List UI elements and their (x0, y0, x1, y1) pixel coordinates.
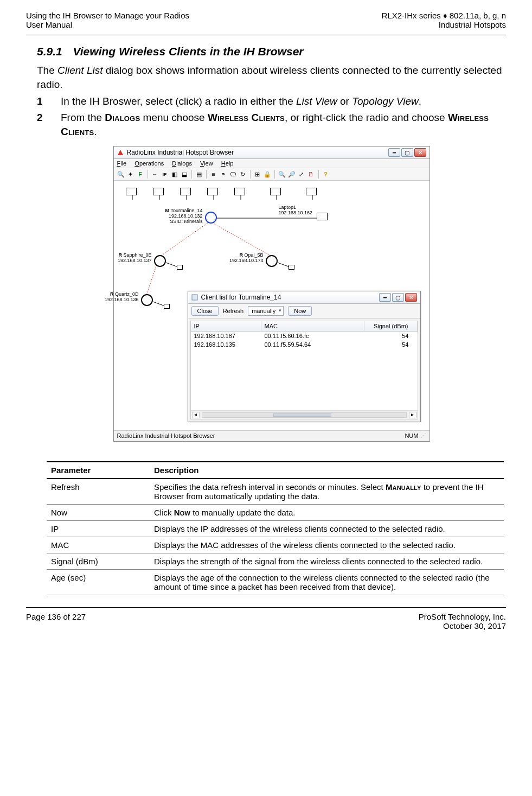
client-maximize-button[interactable]: ▢ (392, 293, 404, 302)
svg-line-9 (214, 224, 271, 256)
new-doc-icon[interactable]: 🗋 (307, 170, 315, 178)
help-icon[interactable]: ? (322, 170, 330, 178)
step-1-mid: or (337, 95, 352, 107)
zoom-in-icon[interactable]: 🔍 (278, 170, 286, 178)
close-button[interactable]: ✕ (414, 148, 426, 157)
menu-operations[interactable]: Operations (134, 160, 164, 167)
desc-pre: Click (154, 508, 174, 517)
wand-icon[interactable]: ✦ (127, 170, 134, 178)
cell-signal: 54 (364, 340, 418, 349)
menu-file[interactable]: File (117, 160, 127, 167)
param-desc: Specifies the data refresh interval in s… (150, 479, 504, 505)
svg-line-11 (166, 263, 178, 267)
binoculars-icon[interactable]: 🔍 (117, 170, 125, 178)
node-sapphire[interactable] (154, 255, 166, 267)
menu-view[interactable]: View (200, 160, 213, 167)
menubar: File Operations Dialogs View Help (114, 159, 430, 168)
list-view-icon[interactable]: ≡ (210, 170, 217, 178)
scroll-thumb[interactable] (202, 412, 407, 418)
param-name: Now (47, 505, 150, 521)
scroll-right-icon[interactable]: ► (409, 412, 416, 418)
svg-rect-14 (192, 295, 197, 300)
maximize-button[interactable]: ▢ (401, 148, 413, 157)
col-mac-header[interactable]: MAC (261, 321, 364, 331)
master-ip: 192.168.10.132 (169, 213, 203, 219)
laptop-name: Laptop1 (279, 205, 297, 210)
network-icon[interactable]: ⬓ (181, 170, 188, 178)
param-name: MAC (47, 537, 150, 553)
zoom-out-icon[interactable]: 🔎 (288, 170, 296, 178)
tree-icon[interactable]: ⊞ (254, 170, 261, 178)
node-laptop[interactable] (317, 213, 328, 220)
client-titlebar[interactable]: Client list for Tourmaline_14 ━ ▢ ✕ (188, 291, 420, 304)
node-opal[interactable] (266, 255, 278, 267)
svg-line-8 (161, 222, 208, 256)
col-ip-header[interactable]: IP (191, 321, 261, 331)
status-num: NUM (405, 432, 418, 439)
client-table-header: IP MAC Signal (dBm) (191, 321, 418, 332)
steps-list: 1 In the IH Broswer, select (click) a ra… (37, 94, 506, 138)
menu-dialogs[interactable]: Dialogs (172, 160, 192, 167)
flag-icon[interactable]: F (137, 170, 144, 178)
intro-pre: The (37, 65, 57, 76)
toolbar-sep-4 (250, 170, 251, 179)
intro-paragraph: The Client List dialog box shows informa… (37, 63, 506, 91)
monitor-icon[interactable]: 🖵 (229, 170, 237, 178)
client-list-window: Client list for Tourmaline_14 ━ ▢ ✕ Clos… (188, 291, 421, 422)
step-1-topologyview: Topology View (352, 95, 419, 107)
table-row[interactable]: 192.168.10.135 00.11.f5.59.54.64 54 (191, 340, 418, 349)
cell-mac: 00.11.f5.59.54.64 (261, 340, 364, 349)
desc-post: to manually update the data. (190, 508, 295, 517)
refresh-mode-select[interactable]: manually (248, 306, 284, 316)
topology-view-icon[interactable]: ⚭ (220, 170, 227, 178)
params-row-mac: MAC Displays the MAC addresses of the wi… (47, 537, 504, 553)
menu-help[interactable]: Help (221, 160, 234, 167)
close-button-inner[interactable]: Close (191, 306, 219, 316)
node-master[interactable] (205, 212, 217, 224)
header-left: Using the IH Browser to Manage your Radi… (26, 11, 189, 29)
step-2-wireless1: Wireless Clients (208, 112, 285, 123)
params-header-row: Parameter Description (47, 462, 504, 479)
step-2-mid1: menu choose (140, 112, 208, 123)
section-number: 5.9.1 (37, 45, 62, 58)
minimize-button[interactable]: ━ (388, 148, 400, 157)
node-laptop-label: Laptop1 192.168.10.162 (279, 205, 313, 216)
node-quartz[interactable] (141, 294, 153, 306)
properties-icon[interactable]: ▤ (195, 170, 203, 178)
browser-window: RadioLinx Industrial Hotspot Browser ━ ▢… (113, 146, 430, 442)
connect-icon[interactable]: ◧ (171, 170, 178, 178)
node-sapphire-port (177, 265, 183, 270)
refresh-icon[interactable]: ↻ (239, 170, 247, 178)
toolbar-sep-3 (206, 170, 207, 179)
node-opal-port (289, 265, 294, 270)
sapphire-tag: R (118, 252, 122, 258)
master-ssid: SSID: Minerals (170, 219, 202, 224)
node-opal-label: R Opal_5B 192.168.10.174 (213, 253, 264, 264)
client-table-hscroll[interactable]: ◄ ► (191, 410, 418, 419)
client-minimize-button[interactable]: ━ (379, 293, 391, 302)
window-titlebar[interactable]: RadioLinx Industrial Hotspot Browser ━ ▢… (114, 147, 430, 159)
step-2-mid2: , or right-click the radio and choose (285, 112, 448, 123)
toolbar-sep-6 (318, 170, 319, 179)
step-1-listview: List View (296, 95, 337, 107)
svg-line-12 (278, 263, 290, 267)
svg-line-10 (146, 263, 157, 295)
resize-grip-icon[interactable]: ⋰ (420, 432, 426, 439)
client-close-button[interactable]: ✕ (405, 293, 417, 302)
topology-canvas[interactable]: M Tourmaline_14 192.168.10.132 SSID: Min… (114, 181, 430, 430)
ip-label-icon[interactable]: IP (161, 170, 169, 178)
quartz-tag: R (110, 291, 114, 297)
now-button[interactable]: Now (288, 306, 312, 316)
toolbar-sep-5 (274, 170, 275, 179)
intro-post: dialog box shows information about wirel… (37, 65, 502, 90)
cell-mac: 00.11.f5.60.16.fc (261, 332, 364, 340)
header-left-line2: User Manual (26, 20, 189, 29)
table-row[interactable]: 192.168.10.187 00.11.f5.60.16.fc 54 (191, 332, 418, 340)
lock-icon[interactable]: 🔒 (264, 170, 271, 178)
col-signal-header[interactable]: Signal (dBm) (364, 321, 418, 331)
zoom-fit-icon[interactable]: ⤢ (298, 170, 305, 178)
params-row-refresh: Refresh Specifies the data refresh inter… (47, 479, 504, 505)
ip-assign-icon[interactable]: ↔ (151, 170, 159, 178)
scroll-left-icon[interactable]: ◄ (192, 412, 200, 418)
footer-left: Page 136 of 227 (26, 612, 86, 631)
